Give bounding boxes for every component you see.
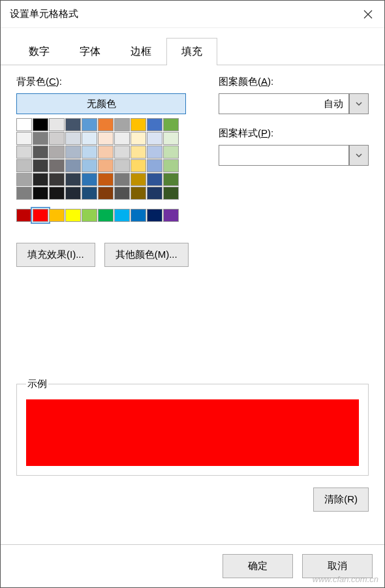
color-swatch[interactable] <box>33 173 48 186</box>
color-swatch[interactable] <box>49 118 65 131</box>
color-swatch[interactable] <box>16 146 32 159</box>
color-palette-theme <box>16 118 186 200</box>
color-swatch[interactable] <box>33 118 48 131</box>
pattern-color-select[interactable]: 自动 <box>219 93 369 114</box>
color-swatch[interactable] <box>147 159 162 172</box>
pattern-style-label: 图案样式(P): <box>219 127 369 140</box>
close-button[interactable] <box>352 1 384 28</box>
color-swatch[interactable] <box>16 173 32 186</box>
color-swatch[interactable] <box>163 159 179 172</box>
color-swatch[interactable] <box>131 187 146 200</box>
color-swatch[interactable] <box>82 173 97 186</box>
color-swatch[interactable] <box>114 146 130 159</box>
color-swatch[interactable] <box>131 209 146 222</box>
color-swatch[interactable] <box>114 187 130 200</box>
color-swatch[interactable] <box>82 209 97 222</box>
title-bar: 设置单元格格式 <box>1 1 384 28</box>
color-swatch[interactable] <box>82 118 97 131</box>
color-swatch[interactable] <box>49 209 65 222</box>
no-color-button[interactable]: 无颜色 <box>16 93 186 114</box>
color-swatch[interactable] <box>114 132 130 145</box>
color-swatch[interactable] <box>82 132 97 145</box>
color-swatch[interactable] <box>98 209 114 222</box>
footer: 确定 取消 <box>1 544 384 587</box>
color-swatch[interactable] <box>163 173 179 186</box>
color-swatch[interactable] <box>131 132 146 145</box>
color-swatch[interactable] <box>163 187 179 200</box>
color-swatch[interactable] <box>49 146 65 159</box>
color-swatch[interactable] <box>131 118 146 131</box>
color-swatch[interactable] <box>49 173 65 186</box>
color-swatch[interactable] <box>65 132 81 145</box>
color-swatch[interactable] <box>65 187 81 200</box>
more-colors-button[interactable]: 其他颜色(M)... <box>104 243 189 267</box>
color-swatch[interactable] <box>82 146 97 159</box>
tab-fill[interactable]: 填充 <box>166 38 217 65</box>
color-swatch[interactable] <box>65 159 81 172</box>
color-swatch[interactable] <box>65 118 81 131</box>
color-swatch[interactable] <box>163 209 179 222</box>
color-swatch[interactable] <box>33 187 48 200</box>
color-swatch[interactable] <box>147 187 162 200</box>
color-swatch[interactable] <box>16 118 32 131</box>
color-swatch[interactable] <box>147 209 162 222</box>
sample-fieldset: 示例 <box>16 378 369 476</box>
color-swatch[interactable] <box>98 159 114 172</box>
pattern-color-value: 自动 <box>219 93 349 114</box>
color-swatch[interactable] <box>163 132 179 145</box>
color-swatch[interactable] <box>65 173 81 186</box>
clear-button[interactable]: 清除(R) <box>313 487 369 512</box>
color-swatch[interactable] <box>98 118 114 131</box>
color-swatch[interactable] <box>16 132 32 145</box>
pattern-color-label: 图案颜色(A): <box>219 76 369 88</box>
sample-legend: 示例 <box>26 378 48 390</box>
color-swatch[interactable] <box>147 118 162 131</box>
pattern-color-dropdown[interactable] <box>349 93 369 114</box>
color-swatch[interactable] <box>131 173 146 186</box>
color-swatch[interactable] <box>16 209 32 222</box>
color-swatch[interactable] <box>49 159 65 172</box>
color-swatch[interactable] <box>16 159 32 172</box>
color-swatch[interactable] <box>65 209 81 222</box>
bgcolor-label: 背景色(C): <box>16 76 192 88</box>
color-swatch[interactable] <box>131 159 146 172</box>
tab-border[interactable]: 边框 <box>116 38 166 65</box>
tab-font[interactable]: 字体 <box>65 38 116 65</box>
color-swatch[interactable] <box>33 132 48 145</box>
color-swatch[interactable] <box>131 146 146 159</box>
color-swatch[interactable] <box>33 146 48 159</box>
color-swatch[interactable] <box>98 146 114 159</box>
color-swatch[interactable] <box>163 118 179 131</box>
color-swatch[interactable] <box>114 173 130 186</box>
window-title: 设置单元格格式 <box>10 8 78 20</box>
color-swatch[interactable] <box>82 159 97 172</box>
left-column: 背景色(C): 无颜色 填充效果(I)... 其他颜色(M)... <box>16 76 192 267</box>
chevron-down-icon <box>355 100 363 108</box>
color-swatch[interactable] <box>65 146 81 159</box>
fill-effects-button[interactable]: 填充效果(I)... <box>16 243 95 267</box>
color-swatch[interactable] <box>16 187 32 200</box>
close-icon <box>363 10 373 19</box>
color-swatch[interactable] <box>49 187 65 200</box>
color-swatch[interactable] <box>33 209 48 222</box>
color-swatch[interactable] <box>82 187 97 200</box>
color-swatch[interactable] <box>98 173 114 186</box>
pattern-style-value <box>219 145 349 166</box>
color-swatch[interactable] <box>114 209 130 222</box>
tab-number[interactable]: 数字 <box>14 38 65 65</box>
cancel-button[interactable]: 取消 <box>302 554 373 578</box>
pattern-style-dropdown[interactable] <box>349 145 369 166</box>
color-swatch[interactable] <box>33 159 48 172</box>
color-swatch[interactable] <box>147 132 162 145</box>
color-swatch[interactable] <box>147 173 162 186</box>
pattern-style-select[interactable] <box>219 145 369 166</box>
color-swatch[interactable] <box>98 187 114 200</box>
ok-button[interactable]: 确定 <box>223 554 293 578</box>
color-swatch[interactable] <box>147 146 162 159</box>
color-swatch[interactable] <box>163 146 179 159</box>
color-swatch[interactable] <box>114 118 130 131</box>
right-column: 图案颜色(A): 自动 图案样式(P): <box>219 76 369 267</box>
color-swatch[interactable] <box>49 132 65 145</box>
color-swatch[interactable] <box>114 159 130 172</box>
color-swatch[interactable] <box>98 132 114 145</box>
